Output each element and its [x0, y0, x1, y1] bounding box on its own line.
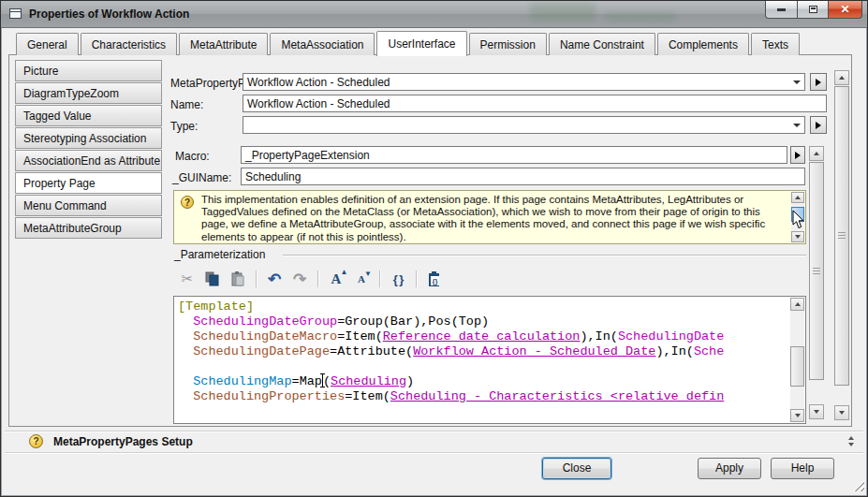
code-token: ) [406, 374, 414, 388]
editor-scrollbar[interactable] [790, 298, 804, 422]
tab-userinterface[interactable]: UserInterface [376, 31, 466, 56]
scroll-down-icon[interactable] [790, 409, 804, 422]
section-scrollbar-thumb[interactable] [809, 162, 824, 380]
code-line: SchedulingDatePage=Attribute(Workflow Ac… [178, 344, 788, 359]
tab-metaassociation[interactable]: MetaAssociation [270, 33, 375, 55]
background-smudge [605, 12, 675, 22]
meta-property-page-combobox[interactable]: Workflow Action - Scheduled [243, 73, 805, 91]
scroll-up-icon[interactable] [791, 192, 804, 203]
code-token [178, 344, 193, 358]
scroll-up-icon[interactable] [834, 70, 849, 85]
code-line: SchedulingMap=Map(Scheduling) [178, 374, 788, 389]
help-button[interactable]: Help [771, 458, 834, 479]
sidebar: PictureDiagramTypeZoomTagged ValueStereo… [15, 60, 162, 240]
tab-metaattribute[interactable]: MetaAttribute [179, 33, 268, 55]
code-line: [Template] [178, 300, 788, 314]
code-token[interactable]: Workflow Action - Scheduled Date [413, 344, 655, 358]
sidebar-item-metaattributegroup[interactable]: MetaAttributeGroup [15, 217, 162, 239]
page-scrollbar[interactable] [834, 70, 849, 420]
tab-name-constraint[interactable]: Name Constraint [549, 33, 655, 55]
undo-icon[interactable]: ↶ [265, 270, 284, 288]
section-scrollbar[interactable] [809, 146, 824, 419]
code-token: SchedulingDateMacro [193, 329, 337, 344]
code-token: =Map [292, 374, 322, 388]
minimize-icon [777, 8, 786, 11]
scroll-down-icon[interactable] [791, 231, 804, 242]
tab-general[interactable]: General [16, 33, 79, 55]
macro-input[interactable]: _PropertyPageExtension [241, 146, 787, 164]
scroll-down-icon[interactable] [834, 405, 849, 420]
toolbar-separator [317, 270, 318, 287]
name-input[interactable]: Workflow Action - Scheduled [243, 95, 827, 112]
editor-toolbar: ✂ ↶ ↷ A▲ A▼ { } {} [178, 268, 444, 290]
braces-icon[interactable]: { } [389, 270, 407, 288]
cut-icon[interactable]: ✂ [178, 270, 197, 288]
page-scrollbar-thumb[interactable] [834, 86, 849, 386]
chevron-down-icon[interactable] [790, 74, 802, 90]
tab-complements[interactable]: Complements [657, 33, 749, 55]
window-controls: ✕ [765, 1, 862, 19]
redo-icon[interactable]: ↷ [290, 270, 309, 288]
code-token: SchedulingDateGroup [193, 314, 337, 329]
chevron-down-icon[interactable] [790, 117, 802, 133]
help-icon: ? [29, 434, 43, 448]
code-token[interactable]: Reference date calculation [383, 329, 581, 344]
code-token: =Item( [345, 389, 390, 403]
guiname-value: Scheduling [245, 170, 301, 183]
svg-text:{}: {} [432, 277, 437, 285]
sidebar-item-property-page[interactable]: Property Page [15, 172, 162, 194]
code-token [178, 314, 193, 329]
code-token: =Group(Bar),Pos(Top) [337, 314, 489, 329]
paste-icon[interactable] [228, 270, 247, 288]
sidebar-item-stereotyping-association[interactable]: Stereotyping Association [15, 127, 162, 149]
insert-template-icon[interactable]: {} [425, 270, 444, 288]
increase-font-icon[interactable]: A▲ [327, 270, 346, 288]
tab-content-panel: PictureDiagramTypeZoomTagged ValueStereo… [8, 54, 852, 427]
close-button[interactable]: Close [542, 458, 611, 479]
resize-grip[interactable] [853, 480, 864, 491]
guiname-input[interactable]: Scheduling [241, 168, 805, 185]
minimize-button[interactable] [765, 1, 797, 19]
setup-bar[interactable]: ? MetaPropertyPages Setup [5, 431, 863, 452]
help-icon: ? [181, 196, 194, 209]
code-token[interactable]: Scheduling [331, 374, 406, 388]
sidebar-item-diagramtypezoom[interactable]: DiagramTypeZoom [15, 82, 162, 104]
editor-scrollbar-thumb[interactable] [790, 346, 804, 387]
code-token: =Attribute( [330, 344, 413, 358]
type-combobox[interactable] [243, 116, 805, 134]
decrease-font-icon[interactable]: A▼ [352, 270, 371, 288]
sidebar-item-picture[interactable]: Picture [15, 60, 162, 81]
collapse-toggle[interactable] [848, 436, 854, 446]
type-open-button[interactable] [810, 116, 827, 134]
scroll-up-icon[interactable] [790, 298, 804, 311]
sidebar-item-menu-command[interactable]: Menu Command [15, 195, 162, 216]
code-token: SchedulingMap [193, 374, 291, 388]
apply-button[interactable]: Apply [698, 458, 761, 479]
toolbar-separator [416, 270, 417, 287]
macro-value: _PropertyPageExtension [245, 149, 370, 162]
code-token: [Template] [178, 300, 254, 314]
meta-property-page-open-button[interactable] [810, 73, 827, 91]
code-line: SchedulingDateGroup=Group(Bar),Pos(Top) [178, 314, 788, 329]
tab-texts[interactable]: Texts [751, 33, 800, 55]
tab-characteristics[interactable]: Characteristics [81, 33, 177, 55]
close-window-button[interactable]: ✕ [829, 1, 862, 19]
scroll-up-icon[interactable] [809, 146, 824, 161]
copy-icon[interactable] [203, 270, 222, 288]
mouse-cursor [792, 210, 805, 229]
restore-button[interactable] [797, 1, 829, 19]
scroll-down-icon[interactable] [809, 404, 824, 419]
macro-open-button[interactable] [790, 146, 805, 164]
code-token[interactable]: Scheduling - Characteristics <relative d… [390, 389, 724, 403]
sidebar-item-associationend-as-attribute[interactable]: AssociationEnd as Attribute [15, 150, 162, 171]
sidebar-item-tagged-value[interactable]: Tagged Value [15, 105, 162, 126]
name-value: Workflow Action - Scheduled [247, 97, 390, 110]
background-smudge [530, 3, 596, 22]
tab-permission[interactable]: Permission [469, 33, 547, 55]
guiname-label: _GUIName: [172, 171, 231, 184]
code-token: =Item( [337, 329, 383, 344]
code-token: SchedulingProperties [193, 389, 345, 403]
close-icon: ✕ [840, 4, 849, 15]
code-editor[interactable]: [Template] SchedulingDateGroup=Group(Bar… [173, 296, 806, 424]
title-bar[interactable]: Properties of Workflow Action ✕ [1, 1, 867, 28]
